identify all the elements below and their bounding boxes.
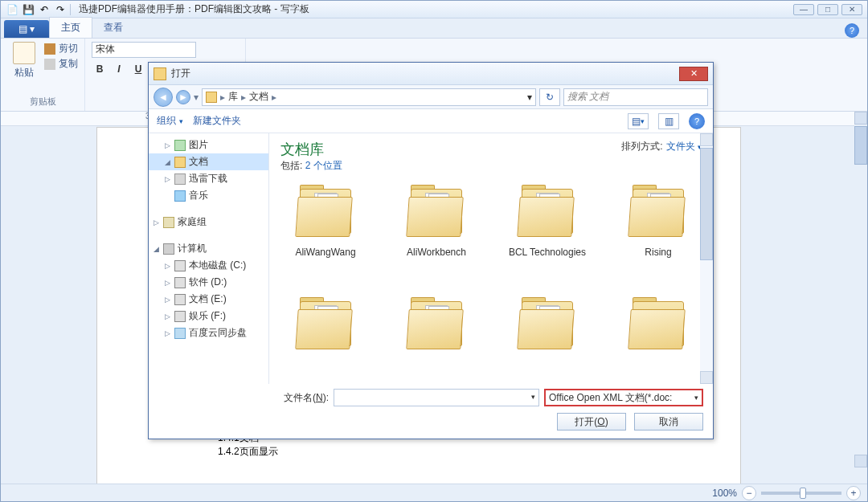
cancel-button[interactable]: 取消 [634,413,703,431]
cut-button[interactable]: 剪切 [44,42,78,55]
expand-icon[interactable]: ▷ [163,262,171,270]
tree-item[interactable]: 音乐 [149,187,268,204]
expand-icon[interactable]: ◢ [163,158,171,166]
tree-item[interactable]: ◢文档 [149,153,268,170]
undo-icon[interactable]: ↶ [38,3,51,16]
scroll-thumb[interactable] [700,148,713,260]
folder-icon [174,277,186,288]
expand-icon[interactable]: ▷ [163,141,171,149]
folder-icon [293,182,358,243]
tree-item[interactable]: ◢计算机 [149,240,268,257]
scroll-up-icon[interactable] [700,133,713,146]
search-input[interactable]: 搜索 文档 [563,88,708,106]
folder-item[interactable]: AliWorkbench [391,182,481,295]
folder-tree[interactable]: ▷图片◢文档▷迅雷下载音乐▷家庭组◢计算机▷本地磁盘 (C:)▷软件 (D:)▷… [149,133,269,384]
library-title: 文档库 [280,140,342,159]
open-button[interactable]: 打开(O) [557,413,626,431]
scroll-up-icon[interactable] [854,112,867,124]
breadcrumb-part[interactable]: 文档 [249,90,268,104]
tree-item[interactable]: ▷娱乐 (F:) [149,308,268,324]
view-mode-button[interactable]: ▤▾ [628,113,649,129]
tab-home[interactable]: 主页 [49,17,92,38]
folder-item[interactable]: Rising [613,182,703,295]
sort-button[interactable]: 文件夹 ▾ [666,140,702,153]
scroll-down-icon[interactable] [854,455,867,467]
expand-icon[interactable]: ▷ [152,218,160,227]
library-locations-link[interactable]: 2 个位置 [305,160,342,171]
refresh-button[interactable]: ↻ [539,88,560,106]
filename-input[interactable]: ▾ [334,389,539,406]
new-folder-button[interactable]: 新建文件夹 [193,114,241,128]
expand-icon[interactable]: ▷ [163,329,171,337]
folder-icon [174,311,186,322]
paste-button[interactable]: 粘贴 [7,42,41,96]
tree-item-label: 计算机 [178,242,207,255]
bold-button[interactable]: B [92,61,108,77]
nav-forward-button[interactable]: ► [176,90,190,104]
folder-item[interactable]: AliWangWang [280,182,371,295]
vertical-scrollbar[interactable] [854,112,867,467]
expand-icon[interactable]: ▷ [163,296,171,304]
tree-item-label: 音乐 [189,189,208,202]
nav-back-button[interactable]: ◄ [154,88,173,107]
expand-icon[interactable]: ▷ [163,279,171,287]
statusbar: 100% − + [1,484,867,501]
folder-name: AliWorkbench [407,247,466,258]
maximize-button[interactable]: □ [817,4,838,15]
tree-item[interactable]: ▷图片 [149,137,268,153]
zoom-slider[interactable] [761,492,841,495]
scroll-down-icon[interactable] [700,371,713,384]
expand-icon[interactable]: ▷ [163,312,171,320]
folder-icon [174,173,186,185]
folder-icon [163,243,174,255]
underline-button[interactable]: U [130,61,146,77]
tree-item[interactable]: ▷文档 (E:) [149,291,268,308]
file-menu-button[interactable]: ▤ ▾ [4,20,49,38]
folder-item[interactable] [502,295,592,384]
dialog-close-button[interactable]: ✕ [679,67,708,81]
save-icon[interactable]: 💾 [22,3,35,16]
nav-history-dropdown[interactable]: ▾ [194,92,199,103]
folder-item[interactable] [613,295,703,384]
dialog-help-button[interactable]: ? [689,113,705,129]
tree-item[interactable]: ▷迅雷下载 [149,170,268,187]
tree-item[interactable]: ▷本地磁盘 (C:) [149,257,268,274]
tree-item-label: 娱乐 (F:) [189,309,226,323]
redo-icon[interactable]: ↷ [54,3,67,16]
help-button[interactable]: ? [845,23,859,38]
organize-button[interactable]: 组织▾ [157,114,183,128]
folder-item[interactable] [391,295,481,384]
zoom-in-button[interactable]: + [846,486,861,500]
preview-pane-button[interactable]: ▥ [658,113,679,129]
open-dialog: 打开 ✕ ◄ ► ▾ ▸ 库 ▸ 文档 ▸ ▾ ↻ 搜索 文档 组织▾ 新建文件… [148,62,714,439]
italic-button[interactable]: I [111,61,127,77]
file-type-filter[interactable]: Office Open XML 文档(*.doc:▾ [544,389,703,406]
copy-icon [44,59,55,70]
tree-item-label: 文档 (E:) [189,292,227,306]
breadcrumb-dropdown[interactable]: ▾ [527,92,532,103]
zoom-out-button[interactable]: − [742,486,756,500]
folder-item[interactable]: BCL Technologies [502,182,592,295]
file-grid[interactable]: AliWangWangAliWorkbenchBCL TechnologiesR… [269,178,713,384]
close-button[interactable]: ✕ [841,4,862,15]
breadcrumb[interactable]: ▸ 库 ▸ 文档 ▸ ▾ [202,88,536,106]
expand-icon[interactable]: ▷ [163,175,171,183]
tree-item[interactable]: ▷百度云同步盘 [149,324,268,341]
font-name-input[interactable]: 宋体 [92,42,196,58]
scroll-thumb[interactable] [854,126,867,165]
copy-button[interactable]: 复制 [44,57,78,71]
filename-label: 文件名(N): [284,391,329,405]
clipboard-group-label: 剪贴板 [7,96,78,108]
minimize-button[interactable]: — [793,4,814,15]
folder-item[interactable] [280,295,371,384]
file-grid-scrollbar[interactable] [700,133,713,384]
tree-item[interactable]: ▷家庭组 [149,214,268,231]
folder-icon [626,182,690,243]
tab-view[interactable]: 查看 [92,18,134,38]
window-title: 迅捷PDF编辑器使用手册：PDF编辑图文攻略 - 写字板 [79,2,309,16]
breadcrumb-part[interactable]: 库 [228,90,238,104]
folder-icon [293,295,358,356]
tree-item[interactable]: ▷软件 (D:) [149,274,268,291]
tree-item-label: 家庭组 [178,215,207,229]
expand-icon[interactable]: ◢ [152,245,160,253]
